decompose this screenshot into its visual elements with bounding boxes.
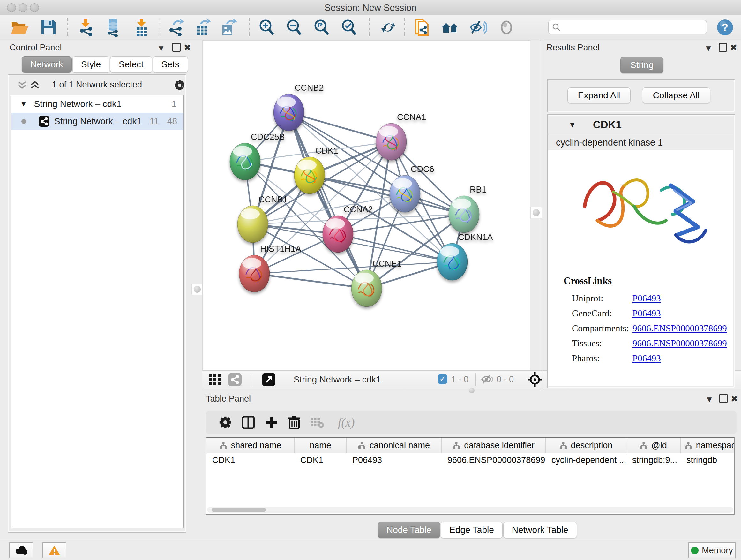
tab-network[interactable]: Network (22, 56, 72, 73)
grid-view-icon[interactable] (208, 373, 222, 386)
table-panel-close-button[interactable]: ✖ (731, 394, 738, 404)
column-header-canonical-name[interactable]: canonical name (347, 438, 442, 453)
selected-checkbox-icon[interactable]: ✓ (438, 374, 448, 384)
help-button[interactable]: ? (715, 17, 735, 37)
tab-select[interactable]: Select (110, 56, 152, 73)
column-header-label: canonical name (369, 441, 430, 450)
crosslink-link[interactable]: P06493 (632, 353, 661, 364)
network-edge-HIST1H1A-CCNE1[interactable] (254, 273, 367, 288)
network-node-CCNA1[interactable]: CCNA1 (376, 112, 426, 160)
protein-expander-icon[interactable]: ▼ (569, 121, 576, 129)
create-column-button[interactable] (262, 413, 280, 432)
results-panel-menu-button[interactable]: ▼ (704, 44, 713, 53)
network-node-CDKN1A[interactable]: CDKN1A (437, 233, 493, 280)
network-options-gear-icon[interactable] (174, 79, 186, 91)
export-image-icon (219, 18, 237, 37)
birds-eye-view-icon[interactable] (262, 373, 276, 387)
clone-network-button[interactable] (412, 17, 432, 37)
refresh-button[interactable] (378, 17, 399, 37)
table-panel-float-button[interactable] (719, 394, 728, 405)
column-header-shared-name[interactable]: shared name (206, 438, 294, 453)
results-panel-close-button[interactable]: ✖ (730, 43, 737, 53)
network-edge-CCNB2-CCNE1[interactable] (289, 112, 367, 288)
column-header-id[interactable]: @id (626, 438, 681, 453)
expand-all-button[interactable]: Expand All (567, 87, 630, 104)
crosslink-link[interactable]: 9606.ENSP00000378699 (632, 338, 727, 349)
table-row[interactable]: CDK1CDK1P064939606.ENSP00000378699cyclin… (206, 453, 735, 467)
crosshair-icon[interactable] (527, 372, 542, 387)
table-panel-menu-button[interactable]: ▼ (705, 395, 714, 405)
import-network-button[interactable] (76, 17, 97, 37)
network-row-selected[interactable]: String Network – cdk1 11 48 (11, 113, 184, 130)
table-cell[interactable]: 9606.ENSP00000378699 (442, 455, 546, 465)
tab-sets[interactable]: Sets (153, 56, 188, 73)
table-cell[interactable]: P06493 (347, 455, 442, 465)
collapse-all-button[interactable]: Collapse All (642, 87, 711, 104)
open-session-button[interactable] (10, 17, 30, 37)
import-table-button[interactable] (131, 17, 152, 37)
search-input[interactable] (561, 22, 699, 33)
network-node-RB1[interactable]: RB1 (449, 185, 487, 233)
network-collection-row[interactable]: ▼ String Network – cdk1 1 (11, 96, 184, 113)
left-splitter-handle[interactable] (192, 284, 203, 295)
crosslink-link[interactable]: P06493 (632, 293, 661, 304)
table-options-button[interactable] (216, 413, 234, 432)
table-cell[interactable]: stringdb:9... (626, 455, 681, 465)
network-node-CDC25B[interactable]: CDC25B (230, 132, 285, 180)
hidden-eye-slash-icon[interactable] (481, 374, 493, 385)
export-image-button[interactable] (218, 17, 239, 37)
control-panel-float-button[interactable] (172, 43, 181, 54)
zoom-out-button[interactable] (284, 17, 305, 37)
column-header-database-identifier[interactable]: database identifier (442, 438, 546, 453)
horizontal-scrollbar[interactable] (207, 507, 733, 513)
table-cell[interactable]: cyclin-dependent ... (546, 455, 626, 465)
network-share-view-icon[interactable] (228, 373, 242, 387)
export-table-button[interactable] (192, 17, 213, 37)
protein-header[interactable]: ▼ CDK1 (548, 116, 733, 135)
tab-string[interactable]: String (620, 57, 664, 73)
network-node-HIST1H1A[interactable]: HIST1H1A (239, 244, 301, 292)
node-label-CCNB2: CCNB2 (294, 83, 324, 92)
inactive-eye-button[interactable] (496, 17, 517, 37)
zoom-in-button[interactable] (257, 17, 277, 37)
results-panel-float-button[interactable] (719, 43, 727, 54)
toolbar-separator (404, 18, 405, 36)
column-header-description[interactable]: description (546, 438, 626, 453)
toggle-visibility-button[interactable] (468, 17, 488, 37)
zoom-fit-button[interactable] (312, 17, 332, 37)
warnings-button[interactable] (42, 543, 66, 558)
import-database-button[interactable] (103, 17, 123, 37)
window-title: Session: New Session (0, 3, 741, 13)
home-networks-button[interactable] (440, 17, 460, 37)
function-builder-button-disabled[interactable]: f(x) (331, 413, 361, 432)
zoom-selected-button[interactable] (339, 17, 359, 37)
memory-button[interactable]: Memory (688, 543, 736, 558)
table-cell[interactable]: CDK1 (206, 455, 294, 465)
tab-style[interactable]: Style (72, 56, 110, 73)
column-header-name[interactable]: name (294, 438, 347, 453)
delete-column-button[interactable] (285, 413, 304, 432)
tab-node-table[interactable]: Node Table (378, 522, 440, 538)
collection-expander-icon[interactable]: ▼ (20, 100, 27, 108)
cloud-status-button[interactable] (9, 543, 33, 558)
network-node-CDK1[interactable]: CDK1 (294, 146, 338, 194)
network-node-CCNE1[interactable]: CCNE1 (351, 259, 402, 307)
column-header-namespace[interactable]: namespace (681, 438, 735, 453)
table-cell[interactable]: CDK1 (294, 455, 347, 465)
show-columns-button[interactable] (239, 413, 258, 432)
save-session-button[interactable] (38, 17, 59, 37)
scrollbar-thumb[interactable] (212, 508, 266, 512)
crosslink-link[interactable]: 9606.ENSP00000378699 (632, 323, 727, 334)
crosslink-link[interactable]: P06493 (632, 308, 661, 319)
delete-table-button-disabled[interactable] (308, 413, 327, 432)
tab-edge-table[interactable]: Edge Table (441, 522, 502, 538)
right-splitter-handle[interactable] (530, 207, 542, 219)
export-network-button[interactable] (165, 17, 186, 37)
control-panel-menu-button[interactable]: ▼ (157, 44, 165, 53)
tab-network-table[interactable]: Network Table (503, 522, 577, 538)
network-canvas[interactable]: CCNB2CCNA1CDC25BCDK1CDC6RB1CCNB1CCNA2CDK… (202, 40, 530, 370)
control-panel-close-button[interactable]: ✖ (184, 43, 191, 53)
table-cell[interactable]: stringdb (681, 455, 735, 465)
protein-description-row: cyclin-dependent kinase 1 (548, 135, 733, 150)
network-node-CCNB2[interactable]: CCNB2 (273, 83, 324, 131)
